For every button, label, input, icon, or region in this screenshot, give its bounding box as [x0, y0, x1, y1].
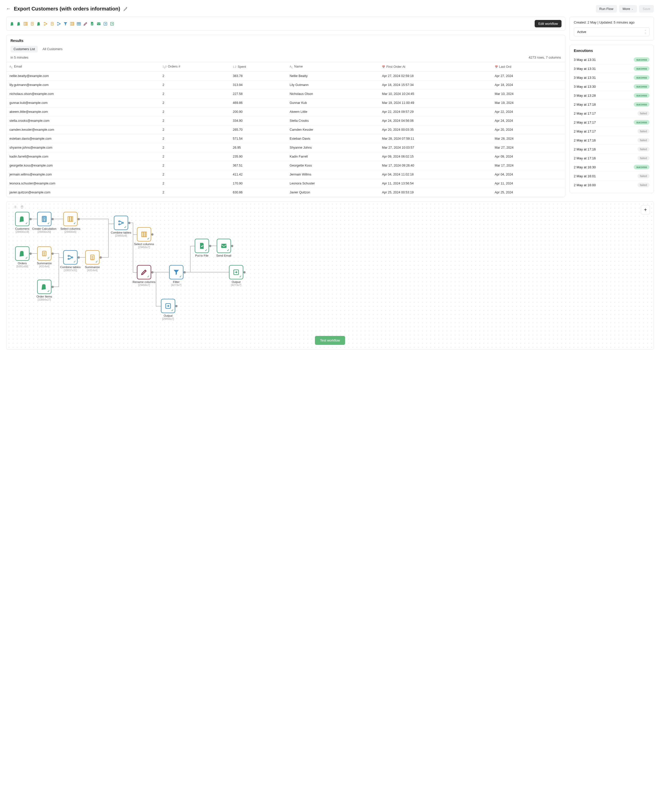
execution-row[interactable]: 2 May at 17:16failed: [574, 136, 649, 145]
check-icon: ✓: [73, 222, 76, 225]
status-badge: failed: [638, 111, 650, 116]
shopify-icon[interactable]: [10, 22, 14, 26]
columns-icon[interactable]: [23, 22, 28, 26]
node-select1[interactable]: ✓: [63, 212, 78, 226]
node-combine1[interactable]: ✓: [114, 216, 128, 230]
node-rename[interactable]: ✓: [137, 265, 151, 279]
table-row[interactable]: lily.gutmann@example.com2313.94Lily Gutm…: [6, 81, 565, 90]
back-arrow-icon[interactable]: ←: [6, 6, 11, 11]
table-row[interactable]: leonora.schuster@example.com2170.90Leono…: [6, 179, 565, 188]
status-badge: failed: [638, 138, 650, 143]
email-icon[interactable]: [97, 22, 101, 26]
execution-row[interactable]: 2 May at 16:30success: [574, 163, 649, 172]
tab-customers-list[interactable]: Customers List: [11, 46, 38, 52]
execution-row[interactable]: 3 May at 13:28success: [574, 91, 649, 100]
table-row[interactable]: nicholaus.olson@example.com2227.58Nichol…: [6, 90, 565, 98]
check-icon: ✓: [205, 248, 208, 252]
shopify-icon[interactable]: [17, 22, 21, 26]
node-filter[interactable]: ✓: [169, 265, 183, 279]
merge-icon[interactable]: [57, 22, 61, 26]
table-row[interactable]: akeem.little@example.com2200.90Akeem Lit…: [6, 108, 565, 116]
execution-row[interactable]: 2 May at 17:17failed: [574, 109, 649, 118]
edit-title-icon[interactable]: [123, 6, 128, 11]
node-customers[interactable]: ✓: [15, 212, 29, 226]
table-row[interactable]: jermain.willms@example.com2411.42Jermain…: [6, 170, 565, 179]
svg-rect-52: [221, 244, 227, 248]
col-last-order[interactable]: 📅Last Ord: [492, 62, 565, 71]
table-row[interactable]: esteban.davis@example.com2571.54Esteban …: [6, 134, 565, 143]
table-row[interactable]: kadin.farrell@example.com2235.90Kadin Fa…: [6, 152, 565, 161]
status-badge: failed: [638, 156, 650, 160]
svg-point-46: [68, 259, 69, 260]
execution-row[interactable]: 2 May at 17:16failed: [574, 154, 649, 163]
more-button[interactable]: More⌄: [619, 5, 637, 13]
node-create_calc[interactable]: ✓: [37, 212, 51, 226]
table-icon[interactable]: [76, 22, 81, 26]
output-icon[interactable]: [110, 22, 114, 26]
execution-row[interactable]: 2 May at 17:18success: [574, 100, 649, 109]
edit-icon[interactable]: [83, 22, 88, 26]
table-row[interactable]: stella.crooks@example.com2334.90Stella C…: [6, 116, 565, 125]
node-select2[interactable]: ✓: [137, 227, 151, 241]
node-send_email[interactable]: ✓: [217, 239, 231, 253]
execution-row[interactable]: 2 May at 17:16failed: [574, 145, 649, 154]
node-label: Filter[4273x7]: [161, 281, 192, 287]
table-row[interactable]: gunnar.kub@example.com2469.86Gunnar KubM…: [6, 98, 565, 108]
node-label: Output[4273x7]: [221, 281, 251, 287]
columns-icon[interactable]: [70, 22, 75, 26]
node-output1[interactable]: ✓: [229, 265, 243, 279]
merge-icon[interactable]: [43, 22, 48, 26]
workflow-toolbar: Edit workflow: [6, 17, 565, 31]
svg-point-12: [57, 22, 58, 23]
edit-workflow-button[interactable]: Edit workflow: [535, 20, 562, 27]
svg-rect-18: [77, 22, 81, 25]
svg-point-29: [45, 219, 45, 220]
svg-point-25: [15, 206, 16, 208]
svg-rect-34: [71, 217, 73, 222]
node-summarize2[interactable]: ✓: [85, 250, 100, 265]
node-put_file[interactable]: ✓: [195, 239, 209, 253]
shopify-icon[interactable]: [36, 22, 41, 26]
col-name[interactable]: ACName: [287, 62, 379, 71]
status-badge: failed: [638, 129, 650, 133]
execution-row[interactable]: 2 May at 17:17failed: [574, 127, 649, 136]
execution-row[interactable]: 3 May at 13:30success: [574, 82, 649, 91]
trash-icon[interactable]: [20, 205, 24, 209]
table-row[interactable]: camden.kessler@example.com2265.70Camden …: [6, 125, 565, 134]
node-output2[interactable]: ✓: [161, 299, 175, 313]
run-flow-button[interactable]: Run Flow: [596, 5, 617, 13]
table-row[interactable]: georgette.koss@example.com2367.51Georget…: [6, 161, 565, 170]
execution-row[interactable]: 3 May at 13:31success: [574, 73, 649, 82]
node-summarize1[interactable]: ✓: [37, 246, 51, 261]
col-email[interactable]: ACEmail: [6, 62, 159, 71]
table-row[interactable]: nellie.beatty@example.com2383.78Nellie B…: [6, 71, 565, 81]
node-combine2[interactable]: ✓: [63, 250, 78, 265]
workflow-canvas[interactable]: + Test workflow ✓Customers[29456x19]✓Cre…: [6, 201, 654, 350]
tab-all-customers[interactable]: All Customers: [40, 46, 65, 52]
execution-row[interactable]: 3 May at 13:31success: [574, 64, 649, 73]
results-title: Results: [11, 39, 561, 43]
test-workflow-button[interactable]: Test workflow: [315, 336, 345, 345]
check-icon: ✓: [25, 256, 28, 260]
execution-row[interactable]: 3 May at 13:31success: [574, 55, 649, 64]
col-first-order[interactable]: 📅First Order At: [379, 62, 492, 71]
status-select[interactable]: Active ⌃⌄: [574, 27, 649, 36]
node-orders[interactable]: ✓: [15, 246, 29, 261]
clipboard-icon[interactable]: [30, 22, 35, 26]
table-row[interactable]: shyanne.johns@example.com226.95Shyanne J…: [6, 143, 565, 152]
execution-row[interactable]: 2 May at 16:00failed: [574, 181, 649, 189]
add-node-button[interactable]: +: [641, 205, 650, 214]
file-export-icon[interactable]: [90, 22, 94, 26]
filter-icon[interactable]: [63, 22, 68, 26]
table-row[interactable]: javier.quitzon@example.com2630.86Javier …: [6, 188, 565, 197]
status-badge: success: [634, 102, 649, 107]
col-spent[interactable]: 1.2Spent: [230, 62, 287, 71]
gear-icon[interactable]: [14, 205, 17, 209]
execution-row[interactable]: 2 May at 16:01failed: [574, 172, 649, 181]
node-order_items[interactable]: ✓: [37, 280, 51, 294]
output-icon[interactable]: [103, 22, 108, 26]
clipboard-icon[interactable]: [50, 22, 54, 26]
execution-row[interactable]: 2 May at 17:17success: [574, 118, 649, 127]
svg-rect-0: [24, 22, 25, 25]
col-orders[interactable]: 123Orders #: [159, 62, 230, 71]
